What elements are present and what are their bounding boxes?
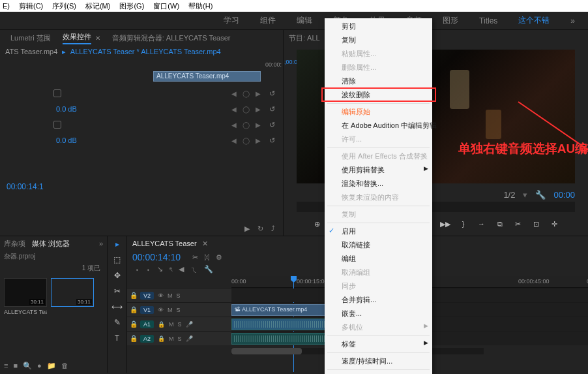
transport-button[interactable]: ✛ xyxy=(549,218,561,230)
track-toggle[interactable]: 👁 xyxy=(158,292,164,299)
settings-icon[interactable]: 🔧 xyxy=(535,190,546,200)
tl-option-icon[interactable]: ⬩ xyxy=(135,265,140,275)
track-toggle[interactable]: S xyxy=(178,321,182,328)
transport-button[interactable]: ▶▶ xyxy=(439,218,451,230)
reset-icon[interactable]: ↺ xyxy=(269,121,275,129)
effects-timecode[interactable]: 00:00:14:1 xyxy=(0,179,283,194)
close-icon[interactable]: ✕ xyxy=(202,240,208,248)
workspace-tab[interactable]: 学习 xyxy=(224,15,239,26)
keyframe-nav[interactable]: ◀ ◯ ▶ xyxy=(231,106,263,113)
context-menu-item[interactable]: 合并剪辑... xyxy=(325,293,432,307)
tl-option-icon[interactable]: ㄟ xyxy=(190,265,198,275)
tl-option-icon[interactable]: ↘ xyxy=(157,265,163,275)
thumbnail[interactable]: 30:11 xyxy=(4,278,47,307)
context-menu-item[interactable]: 嵌套... xyxy=(325,307,432,320)
clip-span-bar[interactable]: ALLEYCATS Teaser.mp4 xyxy=(153,71,261,82)
track-toggle[interactable]: 🎤 xyxy=(186,321,193,328)
context-menu-item[interactable]: ✓ 启用 xyxy=(325,225,432,238)
tool-button[interactable]: ▸ xyxy=(112,239,123,249)
lock-icon[interactable]: 🔒 xyxy=(130,292,138,299)
tool-button[interactable]: ✎ xyxy=(112,317,123,328)
track-toggle[interactable]: M xyxy=(168,307,173,313)
keyframe-nav[interactable]: ◀ ◯ ▶ xyxy=(231,90,263,97)
tab-project[interactable]: 库杂项 xyxy=(4,239,25,249)
reset-icon[interactable]: ↺ xyxy=(269,105,275,114)
workspace-tab[interactable]: Titles xyxy=(479,16,497,25)
project-footer-icon[interactable]: ■ xyxy=(13,362,18,369)
context-menu-item[interactable]: 波纹删除 xyxy=(325,88,432,102)
footer-icon[interactable]: ▶ xyxy=(244,225,250,233)
thumbnail[interactable]: 30:11 xyxy=(51,278,94,307)
track-target[interactable]: A2 xyxy=(140,335,154,343)
context-menu-item[interactable]: 标签 ▶ xyxy=(325,337,432,351)
track-toggle[interactable]: 👁 xyxy=(158,307,164,313)
reset-icon[interactable]: ↺ xyxy=(269,136,275,145)
track-toggle[interactable]: 🎤 xyxy=(186,335,193,342)
project-footer-icon[interactable]: 🔍 xyxy=(23,362,32,370)
master-clip[interactable]: ATS Teaser.mp4 xyxy=(5,48,57,55)
tl-option-icon[interactable]: ⬩ xyxy=(146,265,151,275)
track-toggle[interactable]: M xyxy=(169,321,174,328)
bin-item[interactable]: 30:11 ALLEYCATS Teas xyxy=(4,278,47,315)
context-menu-item[interactable]: 使用剪辑替换 ▶ xyxy=(325,163,432,177)
keyframe-nav[interactable]: ◀ ◯ ▶ xyxy=(231,137,263,144)
context-menu-item[interactable]: 复制 xyxy=(325,33,432,47)
keyframe-nav[interactable]: ◀ ◯ ▶ xyxy=(231,121,263,129)
tool-button[interactable]: ✥ xyxy=(112,270,123,281)
context-menu-item[interactable]: 音频增益... xyxy=(325,371,432,374)
current-clip[interactable]: ALLEYCATS Teaser * ALLEYCATS Teaser.mp4 xyxy=(70,48,221,55)
track-header[interactable]: 🔒 A2 🔒MS🎤 xyxy=(127,332,231,345)
track-toggle[interactable]: 🔒 xyxy=(158,335,165,342)
menu-item[interactable]: 剪辑(C) xyxy=(19,1,43,11)
bin-item[interactable]: 30:11 xyxy=(51,278,94,315)
transport-button[interactable]: } xyxy=(458,218,469,230)
track-toggle[interactable]: S xyxy=(177,307,181,313)
tl-header-icon[interactable]: ᛞ xyxy=(205,253,209,262)
context-menu-item[interactable]: 剪切 xyxy=(325,20,432,33)
track-target[interactable]: A1 xyxy=(140,320,154,328)
os-menubar[interactable]: E)剪辑(C)序列(S)标记(M)图形(G)窗口(W)帮助(H) xyxy=(0,0,588,12)
playback-resolution[interactable]: 1/2 xyxy=(503,190,515,200)
transport-button[interactable]: ⊕ xyxy=(312,218,323,230)
level-value[interactable]: 0.0 dB xyxy=(56,105,77,113)
tab-effect-controls[interactable]: 效果控件 xyxy=(63,32,91,44)
tool-button[interactable]: ⬚ xyxy=(112,255,123,265)
toggle-effect-icon[interactable] xyxy=(53,89,61,97)
track-header[interactable]: 🔒 A1 🔒MS🎤 xyxy=(127,317,231,331)
project-footer-icon[interactable]: 📁 xyxy=(47,362,56,370)
tab-lumetri[interactable]: Lumetri 范围 xyxy=(10,33,51,43)
tab-audio-mixer[interactable]: 音频剪辑混合器: ALLEYCATS Teaser xyxy=(112,33,231,43)
transport-button[interactable]: ⊡ xyxy=(531,218,542,230)
lock-icon[interactable]: 🔒 xyxy=(130,335,138,342)
overflow-icon[interactable]: » xyxy=(570,16,575,25)
transport-button[interactable]: → xyxy=(476,218,488,230)
track-header[interactable]: 🔒 V1 👁MS xyxy=(127,303,231,317)
track-target[interactable]: V1 xyxy=(140,306,154,314)
menu-item[interactable]: 图形(G) xyxy=(119,1,144,11)
workspace-tab[interactable]: 编辑 xyxy=(297,15,312,26)
reset-icon[interactable]: ↺ xyxy=(269,89,275,98)
track-toggle[interactable]: M xyxy=(169,335,174,342)
track-toggle[interactable]: 🔒 xyxy=(158,321,165,328)
close-icon[interactable]: ✕ xyxy=(95,35,100,42)
menu-item[interactable]: 序列(S) xyxy=(52,1,76,11)
tool-button[interactable]: ✂ xyxy=(112,286,123,296)
tl-header-icon[interactable]: ⚙ xyxy=(216,253,222,262)
context-menu-item[interactable]: 速度/持续时间... xyxy=(325,354,432,368)
level-value[interactable]: 0.0 dB xyxy=(56,136,77,144)
transport-button[interactable]: ✂ xyxy=(512,218,524,230)
tl-option-icon[interactable]: ৎ xyxy=(169,265,172,275)
context-menu-item[interactable]: 渲染和替换... xyxy=(325,177,432,191)
transport-button[interactable]: ⧉ xyxy=(494,218,506,230)
workspace-tab[interactable]: 这个不错 xyxy=(518,15,550,26)
footer-icon[interactable]: ⤴ xyxy=(271,225,275,232)
tl-option-icon[interactable]: ◀ xyxy=(179,265,184,275)
footer-icon[interactable]: ↻ xyxy=(257,225,263,233)
track-target[interactable]: V2 xyxy=(140,292,154,300)
track-toggle[interactable]: S xyxy=(178,335,182,342)
workspace-tab[interactable]: 图形 xyxy=(443,15,458,26)
project-footer-icon[interactable]: 🗑 xyxy=(61,362,68,369)
context-menu-item[interactable]: 在 Adobe Audition 中编辑剪辑 xyxy=(325,119,432,132)
tool-button[interactable]: ⟷ xyxy=(112,302,123,312)
track-header[interactable]: 🔒 V2 👁MS xyxy=(127,288,231,302)
